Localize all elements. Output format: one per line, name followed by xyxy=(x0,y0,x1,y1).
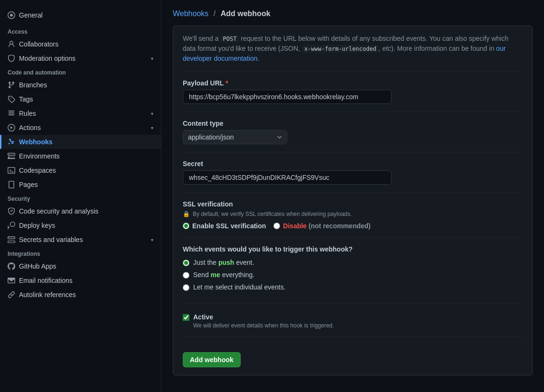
ssl-verification-group: SSL verification 🔒 By default, we verify… xyxy=(183,200,523,238)
add-webhook-button[interactable]: Add webhook xyxy=(183,352,241,367)
content-type-group: Content type application/json applicatio… xyxy=(183,120,523,152)
sidebar-item-label: Autolink references xyxy=(19,291,76,299)
git-branch-icon xyxy=(8,81,15,89)
content-type-select[interactable]: application/json application/x-www-form-… xyxy=(183,130,287,144)
sidebar-item-webhooks[interactable]: Webhooks xyxy=(0,135,161,149)
section-integrations-label: Integrations xyxy=(0,247,161,259)
event-all-option[interactable]: Send me everything. xyxy=(183,271,523,279)
server-icon xyxy=(8,152,15,160)
content-type-label: Content type xyxy=(183,120,523,127)
ssl-radio-group: Enable SSL verification Disable (not rec… xyxy=(183,222,523,230)
sidebar-item-label: Actions xyxy=(19,124,41,131)
key-icon xyxy=(8,222,15,229)
list-icon xyxy=(8,110,15,117)
section-security-label: Security xyxy=(0,192,161,204)
payload-url-input[interactable] xyxy=(183,90,392,104)
sidebar-item-label: Code security and analysis xyxy=(19,207,98,215)
event-all-radio[interactable] xyxy=(183,272,189,279)
secret-input[interactable] xyxy=(183,170,392,185)
events-group: Which events would you like to trigger t… xyxy=(183,245,523,304)
event-select-label: Let me select individual events. xyxy=(193,283,286,291)
sidebar-item-label: Email notifications xyxy=(19,277,73,284)
payload-url-label: Payload URL * xyxy=(183,79,523,87)
breadcrumb: Webhooks / Add webhook xyxy=(173,9,533,18)
ssl-enable-option[interactable]: Enable SSL verification xyxy=(183,222,266,230)
breadcrumb-link[interactable]: Webhooks xyxy=(173,9,208,18)
event-push-label: Just the push event. xyxy=(193,259,254,266)
sidebar-item-codespaces[interactable]: Codespaces xyxy=(0,163,161,177)
ssl-disable-option[interactable]: Disable (not recommended) xyxy=(273,222,370,230)
ssl-enable-radio[interactable] xyxy=(183,223,189,229)
chevron-down-icon: ▾ xyxy=(151,237,153,243)
breadcrumb-current: Add webhook xyxy=(221,9,271,18)
sidebar-item-rules[interactable]: Rules ▾ xyxy=(0,106,161,121)
lock-icon: 🔒 xyxy=(183,211,190,217)
ssl-description: 🔒 By default, we verify SSL certificates… xyxy=(183,211,523,217)
sidebar-item-label: Branches xyxy=(19,81,47,89)
event-select-radio[interactable] xyxy=(183,284,189,291)
pages-icon xyxy=(8,181,15,188)
gear-icon xyxy=(8,11,15,19)
ssl-disable-radio[interactable] xyxy=(273,223,280,229)
person-icon xyxy=(8,40,15,48)
active-label: Active xyxy=(193,313,334,321)
shield-icon xyxy=(8,55,15,62)
form-description: We'll send a POST request to the URL bel… xyxy=(183,34,523,72)
shield-check-icon xyxy=(8,207,15,215)
active-checkbox-row: Active We will deliver event details whe… xyxy=(183,313,523,329)
event-push-option[interactable]: Just the push event. xyxy=(183,259,523,266)
sidebar-item-label: Tags xyxy=(19,95,33,103)
sidebar-item-label: Environments xyxy=(19,152,60,160)
add-webhook-form: We'll send a POST request to the URL bel… xyxy=(173,26,533,375)
sidebar-item-general[interactable]: General xyxy=(0,8,161,25)
tag-icon xyxy=(8,95,15,103)
sidebar-item-autolink-references[interactable]: Autolink references xyxy=(0,288,161,302)
event-select-option[interactable]: Let me select individual events. xyxy=(183,283,523,291)
sidebar-item-moderation-options[interactable]: Moderation options ▾ xyxy=(0,51,161,65)
section-access-label: Access xyxy=(0,25,161,37)
form-code: x-www-form-urlencoded xyxy=(302,45,379,53)
chevron-down-icon: ▾ xyxy=(151,125,153,131)
mail-icon xyxy=(8,277,15,284)
sidebar-item-label: Deploy keys xyxy=(19,222,55,229)
secret-label: Secret xyxy=(183,160,523,168)
webhook-icon xyxy=(8,138,15,146)
sidebar-item-pages[interactable]: Pages xyxy=(0,177,161,192)
sidebar-item-email-notifications[interactable]: Email notifications xyxy=(0,273,161,288)
play-icon xyxy=(8,124,15,131)
link-icon xyxy=(8,291,15,299)
active-description: We will deliver event details when this … xyxy=(193,322,334,329)
sidebar-item-actions[interactable]: Actions ▾ xyxy=(0,121,161,135)
sidebar-item-code-security[interactable]: Code security and analysis xyxy=(0,204,161,218)
event-all-label: Send me everything. xyxy=(193,271,254,279)
section-code-automation-label: Code and automation xyxy=(0,65,161,78)
post-code: POST xyxy=(220,35,239,43)
sidebar-item-label: GitHub Apps xyxy=(19,262,56,270)
sidebar-item-label: Moderation options xyxy=(19,55,75,62)
sidebar-item-secrets-variables[interactable]: Secrets and variables ▾ xyxy=(0,233,161,247)
active-group: Active We will deliver event details whe… xyxy=(183,311,523,337)
ssl-disable-label: Disable (not recommended) xyxy=(283,222,370,230)
main-content: Webhooks / Add webhook We'll send a POST… xyxy=(161,0,544,392)
codespace-icon xyxy=(8,167,15,174)
sidebar-item-label: Rules xyxy=(19,110,36,117)
sidebar-item-environments[interactable]: Environments xyxy=(0,149,161,163)
sidebar-general-label: General xyxy=(19,11,43,19)
sidebar-item-label: Codespaces xyxy=(19,167,56,174)
sidebar-item-github-apps[interactable]: GitHub Apps xyxy=(0,259,161,273)
github-icon xyxy=(8,262,15,270)
sidebar: General Access Collaborators Moderation … xyxy=(0,0,161,392)
active-checkbox[interactable] xyxy=(183,314,189,321)
sidebar-item-branches[interactable]: Branches xyxy=(0,78,161,92)
sidebar-item-label: Webhooks xyxy=(19,138,53,146)
plus-circle-icon xyxy=(8,236,15,243)
events-title: Which events would you like to trigger t… xyxy=(183,245,523,253)
event-push-radio[interactable] xyxy=(183,260,189,266)
sidebar-item-collaborators[interactable]: Collaborators xyxy=(0,37,161,51)
sidebar-item-deploy-keys[interactable]: Deploy keys xyxy=(0,218,161,233)
required-star: * xyxy=(225,79,228,87)
breadcrumb-separator: / xyxy=(214,9,216,18)
sidebar-item-tags[interactable]: Tags xyxy=(0,92,161,106)
secret-group: Secret xyxy=(183,160,523,193)
sidebar-item-label: Collaborators xyxy=(19,40,58,48)
